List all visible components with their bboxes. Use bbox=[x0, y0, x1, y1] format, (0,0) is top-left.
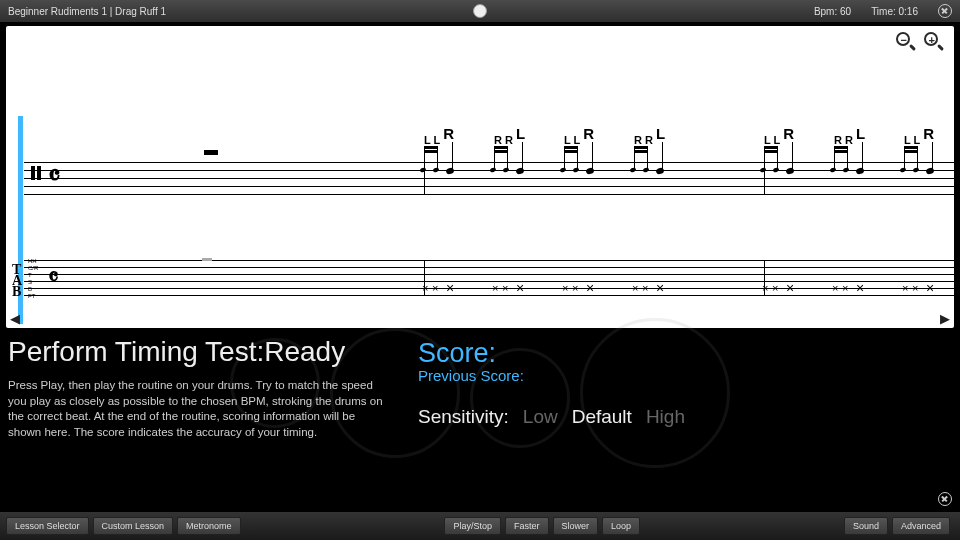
close-icon[interactable] bbox=[938, 4, 952, 18]
bottom-bar: Lesson Selector Custom Lesson Metronome … bbox=[0, 512, 960, 540]
time-readout: Time: 0:16 bbox=[871, 6, 918, 17]
bpm-readout: Bpm: 60 bbox=[814, 6, 851, 17]
lesson-selector-button[interactable]: Lesson Selector bbox=[6, 517, 89, 535]
zoom-in-button[interactable]: + bbox=[924, 32, 946, 54]
sensitivity-label: Sensitivity: bbox=[418, 406, 509, 428]
info-panel: Perform Timing Test:Ready Press Play, th… bbox=[8, 336, 952, 440]
play-stop-button[interactable]: Play/Stop bbox=[444, 517, 501, 535]
tab-lane-labels: HH C/R T S B FT bbox=[28, 258, 38, 300]
metronome-button[interactable]: Metronome bbox=[177, 517, 241, 535]
tab-letters: T A B bbox=[12, 264, 22, 297]
loop-button[interactable]: Loop bbox=[602, 517, 640, 535]
sensitivity-high[interactable]: High bbox=[646, 406, 685, 428]
slower-button[interactable]: Slower bbox=[553, 517, 599, 535]
tab-rest-marker: ▬ bbox=[202, 252, 212, 263]
advanced-button[interactable]: Advanced bbox=[892, 517, 950, 535]
tab-time-signature: 𝄴 bbox=[48, 264, 59, 291]
scroll-right-button[interactable]: ▶ bbox=[940, 311, 950, 326]
sound-button[interactable]: Sound bbox=[844, 517, 888, 535]
custom-lesson-button[interactable]: Custom Lesson bbox=[93, 517, 174, 535]
timing-test-instructions: Press Play, then play the routine on you… bbox=[8, 378, 388, 440]
panel-close-icon[interactable] bbox=[938, 492, 952, 506]
rest-icon bbox=[204, 150, 218, 155]
percussion-clef-icon bbox=[30, 166, 42, 180]
zoom-in-icon: + bbox=[929, 35, 935, 46]
sensitivity-default[interactable]: Default bbox=[572, 406, 632, 428]
scroll-left-button[interactable]: ◀ bbox=[10, 311, 20, 326]
sensitivity-low[interactable]: Low bbox=[523, 406, 558, 428]
top-bar: Beginner Rudiments 1 | Drag Ruff 1 Bpm: … bbox=[0, 0, 960, 22]
timing-test-heading: Perform Timing Test:Ready bbox=[8, 336, 388, 368]
notation-area: − + 𝄴 T A B HH C/R T S B FT 𝄴 ▬ L LR×××R… bbox=[6, 26, 954, 328]
faster-button[interactable]: Faster bbox=[505, 517, 549, 535]
score-label: Score: bbox=[418, 338, 952, 369]
time-signature: 𝄴 bbox=[48, 160, 61, 193]
app-logo-icon bbox=[473, 4, 487, 18]
zoom-out-button[interactable]: − bbox=[896, 32, 918, 54]
lesson-title: Beginner Rudiments 1 | Drag Ruff 1 bbox=[8, 6, 166, 17]
previous-score-label: Previous Score: bbox=[418, 367, 952, 384]
zoom-out-icon: − bbox=[901, 35, 907, 46]
